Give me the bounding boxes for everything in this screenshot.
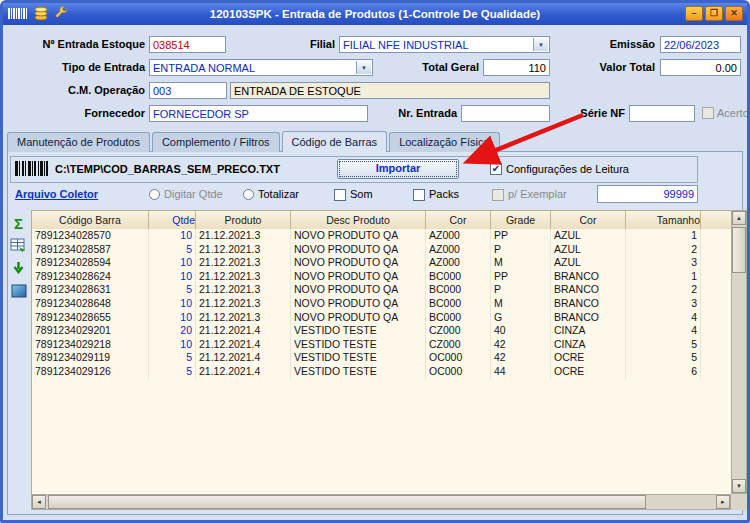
grid-cell[interactable]: OCRE [551, 351, 626, 365]
close-button[interactable]: ✕ [725, 6, 743, 21]
grid-cell[interactable]: OCRE [551, 365, 626, 379]
som-checkbox[interactable] [334, 189, 346, 201]
grid-cell[interactable]: 7891234028631 [32, 283, 149, 297]
grid-cell[interactable]: 21.12.2021.3 [196, 270, 291, 284]
tab-codigo-de-barras[interactable]: Código de Barras [282, 131, 388, 152]
grid-cell[interactable]: 10 [149, 297, 196, 311]
grid-cell[interactable]: 6 [626, 365, 701, 379]
grid-cell[interactable]: 7891234028655 [32, 311, 149, 325]
grid-cell[interactable]: PP [491, 229, 551, 243]
filial-select[interactable]: FILIAL NFE INDUSTRIAL ▼ [339, 36, 550, 53]
grid-column-header[interactable]: Tamanho [626, 211, 701, 230]
grid-cell[interactable]: 21.12.2021.3 [196, 256, 291, 270]
importar-button[interactable]: Importar [337, 159, 459, 179]
grid-cell[interactable]: BC000 [426, 297, 491, 311]
grid-cell[interactable]: NOVO PRODUTO QA [291, 256, 426, 270]
grid-row[interactable]: 78912340285701021.12.2021.3NOVO PRODUTO … [32, 229, 731, 243]
grid-row[interactable]: 78912340292181021.12.2021.4VESTIDO TESTE… [32, 338, 731, 352]
minimize-button[interactable]: – [685, 6, 703, 21]
grid-cell[interactable]: BC000 [426, 283, 491, 297]
grid-column-header[interactable]: Cor [426, 211, 491, 230]
exemplar-input[interactable]: 99999 [597, 185, 698, 203]
wrench-icon[interactable] [54, 6, 69, 23]
grid-cell[interactable]: OC000 [426, 365, 491, 379]
grid-cell[interactable]: 2 [626, 283, 701, 297]
chevron-down-icon[interactable]: ▼ [356, 61, 371, 74]
grid-row[interactable]: 78912340285941021.12.2021.3NOVO PRODUTO … [32, 256, 731, 270]
grid-cell[interactable]: 7891234029201 [32, 324, 149, 338]
grid-column-header[interactable]: Código Barra [32, 211, 149, 230]
grid-column-header[interactable]: Grade [491, 211, 551, 230]
grid-cell[interactable]: 10 [149, 229, 196, 243]
tab-complemento-filtros[interactable]: Complemento / Filtros [152, 132, 280, 152]
grid-cell[interactable]: NOVO PRODUTO QA [291, 243, 426, 257]
grid-cell[interactable]: 5 [149, 365, 196, 379]
grid-cell[interactable]: BRANCO [551, 297, 626, 311]
grid-cell[interactable]: 7891234028624 [32, 270, 149, 284]
maximize-button[interactable]: ❐ [705, 6, 723, 21]
grid-cell[interactable]: VESTIDO TESTE [291, 324, 426, 338]
grid-cell[interactable]: 10 [149, 311, 196, 325]
grid-cell[interactable]: BRANCO [551, 311, 626, 325]
grid-column-header[interactable]: Produto [196, 211, 291, 230]
grid-cell[interactable]: 5 [626, 338, 701, 352]
grid-cell[interactable]: P [491, 283, 551, 297]
grid-cell[interactable]: 7891234028570 [32, 229, 149, 243]
totalizar-radio[interactable] [243, 189, 254, 200]
grid-cell[interactable]: BRANCO [551, 283, 626, 297]
grid-cell[interactable]: 1 [626, 229, 701, 243]
grid-cell[interactable]: 7891234028587 [32, 243, 149, 257]
grid-cell[interactable]: AZ000 [426, 256, 491, 270]
grid-cell[interactable]: 4 [626, 311, 701, 325]
grid-cell[interactable]: OC000 [426, 351, 491, 365]
grid-cell[interactable]: AZ000 [426, 229, 491, 243]
grid-cell[interactable]: 4 [626, 324, 701, 338]
grid-cell[interactable]: 7891234029218 [32, 338, 149, 352]
grid-cell[interactable]: AZUL [551, 243, 626, 257]
no-entrada-input[interactable]: 038514 [149, 36, 226, 53]
grid-cell[interactable]: VESTIDO TESTE [291, 365, 426, 379]
packs-checkbox[interactable] [413, 189, 425, 201]
grid-cell[interactable]: 7891234029126 [32, 365, 149, 379]
grid-cell[interactable]: 42 [491, 351, 551, 365]
digitar-qtde-radio[interactable] [149, 189, 160, 200]
acerto-checkbox[interactable] [702, 107, 714, 119]
grid-cell[interactable]: PP [491, 270, 551, 284]
grid-cell[interactable]: 44 [491, 365, 551, 379]
scroll-right-icon[interactable]: ► [716, 495, 730, 509]
grid-row[interactable]: 7891234028631521.12.2021.3NOVO PRODUTO Q… [32, 283, 731, 297]
grid-cell[interactable]: 21.12.2021.4 [196, 365, 291, 379]
grid-cell[interactable]: 3 [626, 256, 701, 270]
image-button[interactable] [8, 282, 29, 302]
vertical-scroll-thumb[interactable] [732, 227, 746, 273]
grid-column-header[interactable]: Desc Produto [291, 211, 426, 230]
grid-cell[interactable]: NOVO PRODUTO QA [291, 270, 426, 284]
coins-icon[interactable] [33, 6, 49, 23]
grid-cell[interactable]: CZ000 [426, 338, 491, 352]
grid-cell[interactable]: NOVO PRODUTO QA [291, 283, 426, 297]
grid-cell[interactable]: 21.12.2021.3 [196, 229, 291, 243]
grid-cell[interactable]: M [491, 256, 551, 270]
grid-cell[interactable]: CZ000 [426, 324, 491, 338]
tab-manutencao-de-produtos[interactable]: Manutenção de Produtos [7, 132, 150, 152]
grid-cell[interactable]: BC000 [426, 311, 491, 325]
grid-cell[interactable]: 21.12.2021.3 [196, 283, 291, 297]
sum-button[interactable]: Σ [8, 213, 29, 233]
grid-cell[interactable]: 21.12.2021.4 [196, 351, 291, 365]
grid-cell[interactable]: 7891234028648 [32, 297, 149, 311]
grid-cell[interactable]: 3 [626, 297, 701, 311]
grid-cell[interactable]: 5 [626, 351, 701, 365]
grid-cell[interactable]: 5 [149, 351, 196, 365]
grid-cell[interactable]: 5 [149, 243, 196, 257]
grid-cell[interactable]: 2 [626, 243, 701, 257]
grid-cell[interactable]: 21.12.2021.4 [196, 324, 291, 338]
grid-cell[interactable]: 21.12.2021.3 [196, 243, 291, 257]
grid-row[interactable]: 78912340292012021.12.2021.4VESTIDO TESTE… [32, 324, 731, 338]
arquivo-coletor-option[interactable]: Arquivo Coletor [15, 187, 98, 202]
p-exemplar-checkbox[interactable] [492, 189, 504, 201]
grid-row[interactable]: 7891234028587521.12.2021.3NOVO PRODUTO Q… [32, 243, 731, 257]
scroll-up-icon[interactable]: ▲ [732, 211, 746, 225]
grid-cell[interactable]: 10 [149, 338, 196, 352]
grid-cell[interactable]: 1 [626, 270, 701, 284]
grid-cell[interactable]: 40 [491, 324, 551, 338]
